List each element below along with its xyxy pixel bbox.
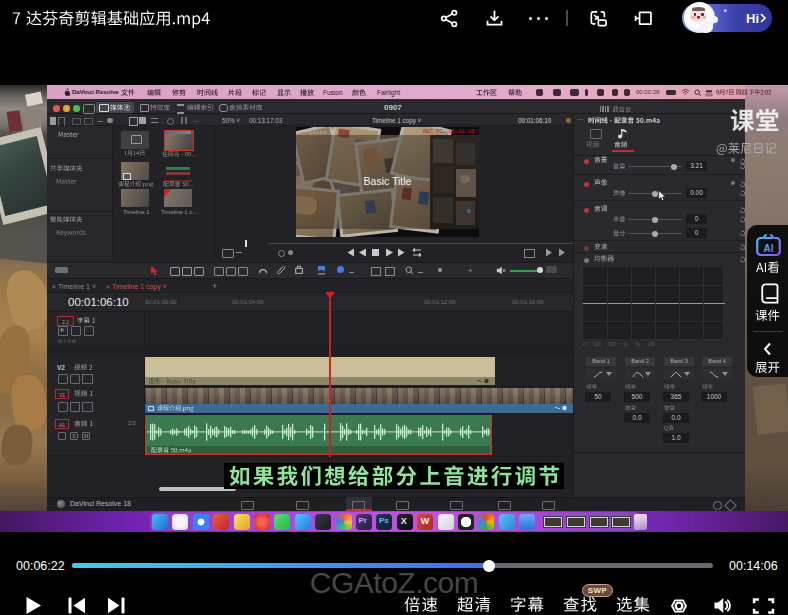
svg-text:AI: AI xyxy=(764,243,774,254)
